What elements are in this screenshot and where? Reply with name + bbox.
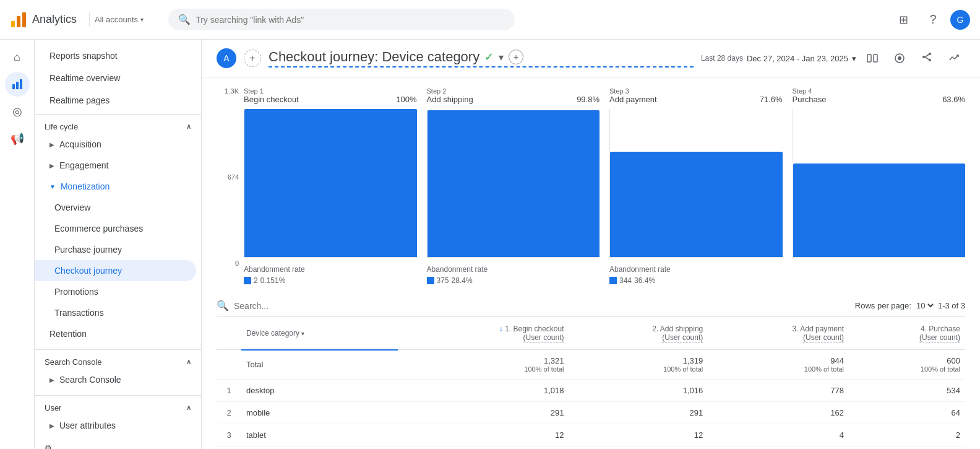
- svg-point-12: [922, 56, 925, 58]
- date-range-chevron-icon: ▾: [852, 54, 856, 63]
- total-add-shipping: 1,319 100% of total: [569, 350, 708, 380]
- row-2-category: mobile: [241, 402, 398, 424]
- sidebar-item-promotions[interactable]: Promotions: [35, 281, 201, 302]
- sidebar-item-transactions[interactable]: Transactions: [35, 302, 201, 323]
- sidebar-item-purchase-journey[interactable]: Purchase journey: [35, 239, 201, 260]
- row-2-purchase: 64: [849, 402, 965, 424]
- search-console-collapse-icon: ∧: [186, 358, 191, 366]
- rows-per-page-select[interactable]: 10 25 50: [914, 300, 935, 311]
- lifecycle-section-header[interactable]: Life cycle ∧: [35, 117, 201, 134]
- date-range-picker[interactable]: Last 28 days Dec 27, 2024 - Jan 23, 2025…: [701, 54, 856, 63]
- realtime-overview-label: Realtime overview: [49, 73, 120, 83]
- row-1-num: 1: [217, 380, 241, 402]
- step4-bar: [793, 163, 966, 257]
- add-comparison-button[interactable]: +: [244, 50, 261, 67]
- sidebar-item-realtime-overview[interactable]: Realtime overview: [35, 67, 201, 89]
- sidebar-group-engagement[interactable]: ▶ Engagement: [35, 155, 201, 176]
- add-segment-button[interactable]: +: [509, 50, 523, 64]
- engagement-expand-icon: ▶: [49, 162, 54, 169]
- table-search-icon: 🔍: [217, 300, 229, 312]
- insights-icon: [894, 53, 905, 64]
- step1-name: Begin checkout: [244, 95, 299, 104]
- accounts-switcher[interactable]: All accounts ▾: [89, 12, 148, 27]
- funnel-chart-area: 1.3K 674 0 Step 1 Begin checkout: [202, 77, 980, 295]
- step3-bar: [610, 152, 783, 257]
- step3-abandonment-pct: 36.4%: [634, 276, 655, 285]
- table-header: Device category ▾ ↓ 1. Begin checkout (U…: [217, 317, 965, 350]
- step2-abandonment: Abandonment rate 375 28.4%: [427, 265, 600, 285]
- step2-abandonment-count: 375: [437, 276, 449, 285]
- search-input[interactable]: [196, 15, 505, 25]
- report-title[interactable]: Checkout journey: Device category ✓ ▾ +: [269, 49, 694, 68]
- col-purchase[interactable]: 4. Purchase (User count): [849, 317, 965, 350]
- nav-reports-button[interactable]: [5, 72, 30, 97]
- svg-rect-4: [16, 82, 19, 89]
- share-icon-button[interactable]: [916, 47, 938, 69]
- table-row: 1 desktop 1,018 1,016 778 534: [217, 380, 965, 402]
- sidebar-item-checkout-journey[interactable]: Checkout journey: [35, 260, 196, 281]
- sidebar-item-reports-snapshot[interactable]: Reports snapshot: [35, 45, 201, 67]
- user-section-header[interactable]: User ∧: [35, 398, 201, 415]
- row-2-num: 2: [217, 402, 241, 424]
- svg-point-10: [929, 53, 931, 55]
- col-add-shipping[interactable]: 2. Add shipping (User count): [569, 317, 708, 350]
- table-controls: 🔍 Rows per page: 10 25 50 1-3 of 3: [217, 295, 965, 317]
- engagement-label: Engagement: [59, 160, 108, 170]
- report-header: A + Checkout journey: Device category ✓ …: [202, 40, 980, 77]
- apps-icon-button[interactable]: ⊞: [891, 7, 916, 32]
- step1-abandonment-count: 2: [254, 276, 258, 285]
- svg-rect-3: [12, 84, 15, 89]
- svg-rect-7: [874, 54, 877, 62]
- monetization-expand-icon: ▼: [49, 183, 56, 190]
- overview-label: Overview: [54, 203, 90, 212]
- data-table: Device category ▾ ↓ 1. Begin checkout (U…: [217, 317, 965, 447]
- funnel-step-1: Step 1 Begin checkout 100% Abandonmen: [244, 87, 417, 285]
- y-label-mid: 674: [228, 173, 239, 181]
- sidebar-group-acquisition[interactable]: ▶ Acquisition: [35, 134, 201, 155]
- sidebar-group-search-console[interactable]: ▶ Search Console: [35, 369, 201, 390]
- main-content: Reports snapshot Realtime overview Realt…: [35, 40, 980, 449]
- more-options-icon-button[interactable]: [943, 47, 965, 69]
- settings-button[interactable]: ⚙: [35, 436, 201, 449]
- reports-snapshot-label: Reports snapshot: [49, 51, 118, 61]
- transactions-label: Transactions: [54, 308, 104, 318]
- row-1-add-shipping: 1,016: [569, 380, 708, 402]
- sidebar-group-monetization[interactable]: ▼ Monetization: [35, 176, 201, 197]
- promotions-label: Promotions: [54, 287, 98, 297]
- sidebar-group-retention[interactable]: Retention: [35, 323, 201, 344]
- row-3-begin-checkout: 12: [398, 424, 569, 447]
- row-1-add-payment: 778: [708, 380, 849, 402]
- col-begin-checkout[interactable]: ↓ 1. Begin checkout (User count): [398, 317, 569, 350]
- row-2-add-payment: 162: [708, 402, 849, 424]
- sidebar-item-realtime-pages[interactable]: Realtime pages: [35, 89, 201, 111]
- left-icon-nav: ⌂ ◎ 📢: [0, 40, 35, 449]
- nav-advertising-button[interactable]: 📢: [5, 126, 30, 151]
- search-console-section-header[interactable]: Search Console ∧: [35, 352, 201, 369]
- row-1-purchase: 534: [849, 380, 965, 402]
- compare-icon-button[interactable]: [861, 47, 883, 69]
- nav-home-button[interactable]: ⌂: [5, 45, 30, 69]
- col-device-category[interactable]: Device category ▾: [241, 317, 398, 350]
- date-range-label: Last 28 days: [701, 54, 743, 63]
- col-add-payment[interactable]: 3. Add payment (User count): [708, 317, 849, 350]
- step4-name: Purchase: [793, 95, 827, 104]
- sidebar-group-user-attributes[interactable]: ▶ User attributes: [35, 415, 201, 436]
- svg-rect-5: [20, 79, 22, 89]
- user-avatar[interactable]: G: [950, 10, 970, 30]
- user-section-label: User: [45, 403, 61, 412]
- search-bar[interactable]: 🔍: [168, 9, 515, 30]
- user-collapse-icon: ∧: [186, 404, 191, 412]
- funnel-step-3: Step 3 Add payment 71.6% Abandonment: [609, 87, 783, 285]
- svg-rect-2: [22, 12, 26, 27]
- nav-explore-button[interactable]: ◎: [5, 99, 30, 124]
- table-search-input[interactable]: [234, 301, 850, 311]
- filter-icon[interactable]: ▾: [301, 330, 304, 337]
- sidebar-item-overview[interactable]: Overview: [35, 197, 201, 218]
- insights-icon-button[interactable]: [888, 47, 911, 69]
- help-icon-button[interactable]: ?: [921, 7, 945, 32]
- monetization-label: Monetization: [61, 181, 110, 191]
- title-chevron-icon: ▾: [499, 51, 504, 63]
- report-title-text: Checkout journey: Device category: [269, 49, 479, 65]
- search-console-section-label: Search Console: [45, 357, 102, 367]
- sidebar-item-ecommerce-purchases[interactable]: Ecommerce purchases: [35, 218, 201, 239]
